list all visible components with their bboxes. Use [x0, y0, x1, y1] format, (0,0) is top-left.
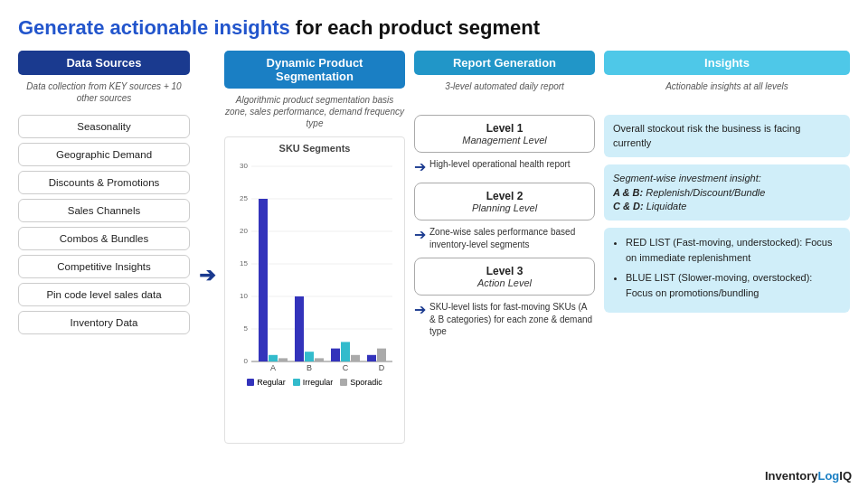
- svg-text:C: C: [343, 363, 349, 372]
- bar-c-regular: [331, 349, 340, 361]
- bar-c-irregular: [341, 343, 350, 362]
- bar-a-irregular: [269, 355, 278, 361]
- level3-arrow-icon: ➔: [414, 301, 426, 318]
- list-item[interactable]: Discounts & Promotions: [18, 171, 190, 194]
- legend-sporadic-dot: [340, 379, 347, 386]
- level3-box: Level 3 Action Level: [414, 258, 595, 296]
- brand-iq-part: IQ: [839, 469, 852, 483]
- bar-a-sporadic: [278, 359, 288, 362]
- col-insights: Insights Actionable insights at all leve…: [604, 51, 850, 457]
- report-level1: Level 1 Management Level ➔ High-level op…: [414, 115, 595, 175]
- svg-text:30: 30: [240, 162, 248, 170]
- bar-b-irregular: [305, 352, 314, 362]
- bar-d-regular: [367, 355, 376, 361]
- svg-text:A: A: [270, 363, 276, 372]
- footer-brand: InventoryLogIQ: [765, 469, 852, 483]
- level1-sub: Management Level: [424, 135, 585, 145]
- title-rest: for each product segment: [290, 16, 540, 39]
- report-level2: Level 2 Planning Level ➔ Zone-wise sales…: [414, 183, 595, 250]
- bar-b-sporadic: [315, 359, 324, 362]
- insights-subtext: Actionable insights at all levels: [604, 80, 850, 108]
- svg-text:20: 20: [240, 227, 248, 235]
- col-datasources: Data Sources Data collection from KEY so…: [18, 51, 190, 457]
- report-header: Report Generation: [414, 51, 595, 75]
- level2-desc: Zone-wise sales performance based invent…: [429, 226, 595, 250]
- chart-area: SKU Segments 30 25 20 15 10 5 0: [224, 136, 405, 444]
- chart-header: Dynamic Product Segmentation: [224, 51, 405, 89]
- level1-arrow-icon: ➔: [414, 158, 426, 175]
- level2-arrow-icon: ➔: [414, 226, 426, 243]
- bar-a-regular: [259, 199, 268, 361]
- level2-title: Level 2: [424, 190, 585, 202]
- list-item[interactable]: Combos & Bundles: [18, 227, 190, 250]
- level1-desc: High-level operational health report: [429, 158, 571, 171]
- list-item[interactable]: Competitive Insights: [18, 255, 190, 278]
- list-item[interactable]: Sales Channels: [18, 199, 190, 222]
- svg-text:D: D: [379, 363, 385, 372]
- level1-title: Level 1: [424, 122, 585, 135]
- legend-irregular: Irregular: [293, 378, 334, 387]
- legend-irregular-label: Irregular: [303, 378, 334, 387]
- page: Generate actionable insights for each pr…: [0, 0, 868, 488]
- chart-subtext: Algorithmic product segmentation basis z…: [224, 94, 405, 129]
- level3-desc-row: ➔ SKU-level lists for fast-moving SKUs (…: [414, 301, 595, 338]
- main-columns: Data Sources Data collection from KEY so…: [18, 51, 850, 457]
- legend-sporadic: Sporadic: [340, 378, 382, 387]
- datasources-items: Seasonality Geographic Demand Discounts …: [18, 115, 190, 334]
- bar-b-regular: [295, 296, 304, 361]
- list-item[interactable]: Seasonality: [18, 115, 190, 138]
- datasources-header: Data Sources: [18, 51, 190, 75]
- svg-text:0: 0: [244, 357, 249, 365]
- level1-desc-row: ➔ High-level operational health report: [414, 158, 595, 175]
- col-report: Report Generation 3-level automated dail…: [414, 51, 595, 457]
- title-highlight: Generate actionable insights: [18, 16, 290, 39]
- legend-sporadic-label: Sporadic: [350, 378, 382, 387]
- chart-title: SKU Segments: [231, 143, 399, 154]
- insights-header: Insights: [604, 51, 850, 75]
- list-item[interactable]: Geographic Demand: [18, 143, 190, 166]
- col-chart: Dynamic Product Segmentation Algorithmic…: [224, 51, 405, 457]
- level2-box: Level 2 Planning Level: [414, 183, 595, 221]
- page-title: Generate actionable insights for each pr…: [18, 16, 850, 40]
- level2-desc-row: ➔ Zone-wise sales performance based inve…: [414, 226, 595, 250]
- legend-regular: Regular: [247, 378, 286, 387]
- report-level3: Level 3 Action Level ➔ SKU-level lists f…: [414, 258, 595, 338]
- brand-color-part: Log: [817, 469, 839, 483]
- level3-title: Level 3: [424, 265, 585, 277]
- svg-text:10: 10: [240, 292, 248, 300]
- bar-d-sporadic2: [377, 349, 386, 361]
- svg-text:5: 5: [244, 324, 249, 333]
- svg-text:15: 15: [240, 259, 248, 267]
- list-item[interactable]: Pin code level sales data: [18, 283, 190, 306]
- legend-irregular-dot: [293, 379, 300, 386]
- bar-c-sporadic: [351, 355, 360, 361]
- list-item[interactable]: Inventory Data: [18, 311, 190, 334]
- level1-box: Level 1 Management Level: [414, 115, 595, 153]
- level3-desc: SKU-level lists for fast-moving SKUs (A …: [429, 301, 595, 338]
- chart-legend: Regular Irregular Sporadic: [231, 378, 399, 387]
- datasources-subtext: Data collection from KEY sources + 10 ot…: [18, 80, 190, 108]
- chart-svg: 30 25 20 15 10 5 0: [233, 157, 396, 374]
- insight-box-3: RED LIST (Fast-moving, understocked): Fo…: [604, 228, 850, 313]
- svg-text:B: B: [307, 363, 312, 372]
- legend-regular-label: Regular: [257, 378, 286, 387]
- level2-sub: Planning Level: [424, 202, 585, 213]
- insight-box-2: Segment-wise investment insight: A & B: …: [604, 164, 850, 221]
- level3-sub: Action Level: [424, 277, 585, 288]
- arrow-icon: ➔: [199, 264, 215, 287]
- arrow-ds-to-chart: ➔: [199, 51, 215, 457]
- legend-regular-dot: [247, 379, 254, 386]
- insight-box-1: Overall stockout risk the business is fa…: [604, 115, 850, 157]
- svg-text:25: 25: [240, 194, 248, 202]
- report-subtext: 3-level automated daily report: [414, 80, 595, 108]
